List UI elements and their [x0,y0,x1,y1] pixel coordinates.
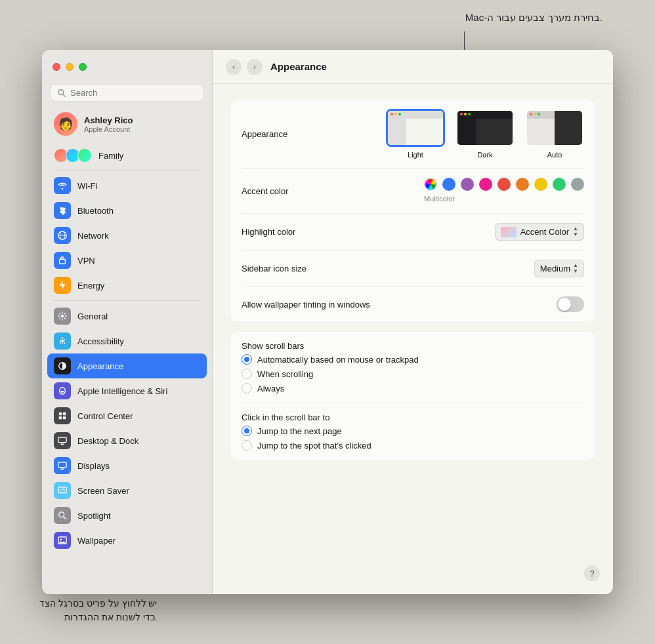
sidebar-item-energy[interactable]: Energy [47,273,207,298]
appearance-row: Appearance [242,100,584,169]
radio-inner [244,357,249,362]
appearance-dark-option[interactable]: Dark [455,109,515,159]
sidebar-item-wifi[interactable]: Wi-Fi [47,173,207,198]
sidebar-item-vpn[interactable]: VPN [47,248,207,273]
color-orange[interactable] [516,178,529,191]
sidebar-item-accessibility[interactable]: Accessibility [47,329,207,353]
sidebar-item-label: Spotlight [77,511,111,521]
scrollbars-scrolling-label: When scrolling [257,369,313,379]
sidebar-item-bluetooth[interactable]: ✖ Bluetooth [47,198,207,223]
color-graphite[interactable] [571,178,584,191]
color-green[interactable] [553,178,566,191]
click-next-page-label: Jump to the next page [257,426,342,436]
separator-1 [54,170,200,171]
sidebar-item-label: Control Center [77,411,133,421]
network-icon [54,227,71,244]
siri-icon [54,382,71,399]
user-name: Ashley Rico [84,115,133,125]
sidebar-item-displays[interactable]: Displays [47,453,207,478]
sidebar-item-control-center[interactable]: Control Center [47,403,207,428]
titlebar [42,50,212,84]
forward-button[interactable]: › [247,59,263,75]
sidebar-icon-size-row: Sidebar icon size Medium ▲ ▼ [242,251,584,287]
accent-color-label: Accent color [242,186,289,196]
sidebar-item-label: Bluetooth [77,206,114,216]
highlight-color-picker[interactable]: Accent Color ▲ ▼ [495,223,584,241]
sidebar-item-spotlight[interactable]: Spotlight [47,503,207,528]
content-area: Appearance [213,84,613,594]
main-window: 🧑 Ashley Rico Apple Account Family [42,50,613,594]
family-avatars [54,148,92,163]
main-titlebar: ‹ › Appearance [213,50,613,84]
close-button[interactable] [53,63,60,71]
appearance-icon [54,357,71,374]
sidebar-item-label: Displays [77,461,110,471]
sidebar-icon-size-stepper[interactable]: Medium ▲ ▼ [534,260,584,277]
sidebar-icon-size-label: Sidebar icon size [242,264,306,273]
color-yellow[interactable] [534,178,547,191]
wallpaper-tinting-toggle[interactable] [557,296,584,312]
svg-rect-16 [58,462,66,468]
sidebar-item-apple-intelligence[interactable]: Apple Intelligence & Siri [47,378,207,403]
color-purple[interactable] [461,178,474,191]
scrollbars-always-label: Always [257,384,284,393]
scrollbars-auto-option[interactable]: Automatically based on mouse or trackpad [242,354,584,365]
svg-rect-5 [60,259,66,264]
screen-saver-icon [54,482,71,499]
svg-rect-14 [58,437,66,443]
click-spot-option[interactable]: Jump to the spot that's clicked [242,440,584,451]
minimize-button[interactable] [66,63,74,71]
appearance-auto-option[interactable]: Auto [525,109,584,159]
color-pink[interactable] [479,178,492,191]
multicolor-dot[interactable] [424,178,437,191]
control-center-icon [54,407,71,424]
click-scrollbar-group: Jump to the next page Jump to the spot t… [242,426,584,460]
sidebar-item-network[interactable]: Network [47,223,207,248]
radio-inner [244,428,249,433]
search-input[interactable] [70,88,197,98]
auto-thumb [525,109,584,147]
svg-point-7 [62,337,64,339]
scrollbars-group: Show scroll bars Automatically based on … [231,332,595,460]
search-box[interactable] [50,84,204,102]
vpn-icon [54,252,71,269]
svg-rect-11 [63,413,66,415]
click-next-page-option[interactable]: Jump to the next page [242,426,584,436]
back-button[interactable]: ‹ [226,59,242,75]
desktop-dock-icon [54,432,71,449]
user-subtitle: Apple Account [84,125,133,133]
sidebar-item-wallpaper[interactable]: Wallpaper [47,528,207,553]
sidebar-item-desktop-dock[interactable]: Desktop & Dock [47,428,207,453]
scrollbars-radio-group: Automatically based on mouse or trackpad… [242,354,584,403]
highlight-color-row: Highlight color Accent Color ▲ ▼ [242,214,584,251]
displays-icon [54,457,71,474]
scrollbars-when-scrolling-option[interactable]: When scrolling [242,369,584,379]
appearance-light-option[interactable]: Light [386,109,445,159]
family-avatar-3 [77,148,92,163]
multicolor-label: Multicolor [424,195,455,203]
sidebar-item-appearance[interactable]: Appearance [47,353,207,378]
wifi-icon [54,177,71,194]
radio-outer [242,440,252,451]
toggle-knob [558,298,571,311]
appearance-options: Light [386,109,584,159]
scrollbars-always-option[interactable]: Always [242,383,584,393]
bluetooth-icon: ✖ [54,202,71,219]
sidebar-item-general[interactable]: General [47,304,207,329]
sidebar-item-screen-saver[interactable]: Screen Saver [47,478,207,503]
svg-line-21 [64,517,66,519]
sidebar-item-label: Screen Saver [77,486,129,496]
help-button[interactable]: ? [584,565,600,581]
click-scrollbar-label: Click in the scroll bar to [242,405,329,428]
energy-icon [54,277,71,294]
sidebar-item-label: Energy [77,281,104,291]
color-red[interactable] [497,178,511,191]
sidebar-item-family[interactable]: Family [47,144,207,167]
highlight-color-label: Highlight color [242,227,295,237]
dark-thumb [455,109,515,147]
color-blue[interactable] [442,178,455,191]
sidebar-item-label: Wallpaper [77,536,116,546]
maximize-button[interactable] [79,63,87,71]
user-section[interactable]: 🧑 Ashley Rico Apple Account [47,107,207,141]
wallpaper-icon [54,532,71,549]
